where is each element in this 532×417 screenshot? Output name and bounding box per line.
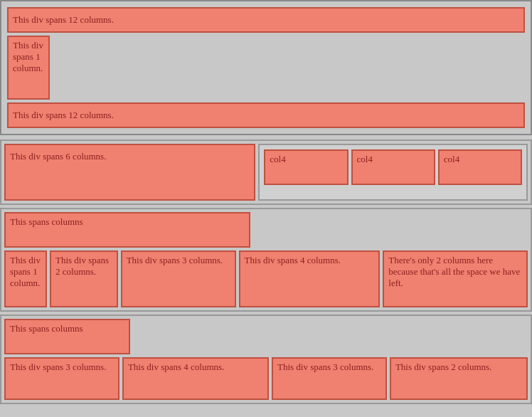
spans-row-4: This spans columns (4, 319, 528, 354)
row-3-full: This div spans 12 columns. (7, 102, 525, 128)
cell-12col-2: This div spans 12 columns. (7, 102, 525, 128)
cell-d3b: This div spans 3 columns. (272, 357, 387, 400)
multi-col-row-4: This div spans 3 columns. This div spans… (4, 357, 528, 400)
cell-d3: This div spans 3 columns. (4, 357, 119, 400)
col4-row: col4 col4 col4 (264, 149, 522, 185)
cell-c3: This div spans 3 columns. (121, 250, 236, 307)
cell-12col-1: This div spans 12 columns. (7, 7, 525, 33)
cell-c4: This div spans 4 columns. (239, 250, 381, 307)
section-1: This div spans 12 columns. This div span… (0, 0, 532, 135)
cell-1col: This div spans 1 column. (7, 36, 50, 100)
row-2-split: This div spans 1 column. (7, 36, 525, 100)
col4-container: col4 col4 col4 (258, 144, 528, 201)
row-2-empty (53, 36, 525, 100)
cell-col4-a: col4 (264, 149, 348, 185)
cell-spans-3: This spans columns (4, 212, 250, 248)
cell-c2b: There's only 2 columns here because that… (383, 250, 528, 307)
cell-spans-4: This spans columns (4, 319, 130, 354)
section-2: This div spans 6 columns. col4 col4 col4 (0, 139, 532, 205)
cell-col4-c: col4 (438, 149, 522, 185)
row-1-full: This div spans 12 columns. (7, 7, 525, 33)
multi-col-row-3: This div spans 1 column. This div spans … (4, 250, 528, 307)
cell-c1: This div spans 1 column. (4, 250, 47, 307)
spans-row-3: This spans columns (4, 212, 528, 248)
cell-c2: This div spans 2 columns. (50, 250, 118, 307)
cell-col4-b: col4 (351, 149, 435, 185)
section-4: This spans columns This div spans 3 colu… (0, 315, 532, 404)
cell-6col: This div spans 6 columns. (4, 144, 255, 201)
section-3: This spans columns This div spans 1 colu… (0, 208, 532, 312)
cell-d2: This div spans 2 columns. (390, 357, 528, 400)
cell-d4: This div spans 4 columns. (122, 357, 269, 400)
section-1-inner: This div spans 12 columns. This div span… (4, 4, 528, 131)
section-2-row: This div spans 6 columns. col4 col4 col4 (4, 144, 528, 201)
